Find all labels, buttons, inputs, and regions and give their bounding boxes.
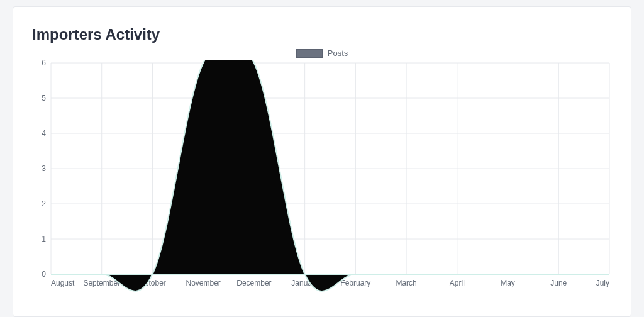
y-tick-label: 6: [42, 60, 46, 67]
x-tick-label: March: [396, 279, 416, 287]
area-chart: 0123456AugustSeptemberOctoberNovemberDec…: [32, 60, 613, 293]
y-tick-label: 5: [42, 94, 46, 103]
chart-area: 0123456AugustSeptemberOctoberNovemberDec…: [32, 60, 612, 293]
chart-legend: Posts: [32, 48, 612, 58]
y-tick-label: 2: [42, 199, 46, 208]
y-tick-label: 3: [42, 164, 46, 173]
x-tick-label: August: [51, 279, 75, 287]
x-tick-label: November: [186, 279, 221, 287]
x-tick-label: June: [550, 279, 567, 287]
card-title: Importers Activity: [32, 26, 612, 43]
x-tick-label: December: [236, 279, 271, 287]
legend-swatch-posts: [296, 49, 323, 58]
y-tick-label: 0: [42, 270, 46, 279]
series-posts-area: [51, 60, 609, 291]
y-tick-label: 4: [42, 129, 46, 138]
legend-label-posts: Posts: [328, 48, 348, 58]
x-tick-label: February: [340, 279, 370, 287]
card: Importers Activity Posts 0123456AugustSe…: [13, 6, 631, 317]
x-tick-label: April: [450, 279, 465, 287]
x-tick-label: May: [501, 279, 515, 287]
y-tick-label: 1: [42, 235, 46, 243]
x-tick-label: July: [596, 279, 609, 287]
